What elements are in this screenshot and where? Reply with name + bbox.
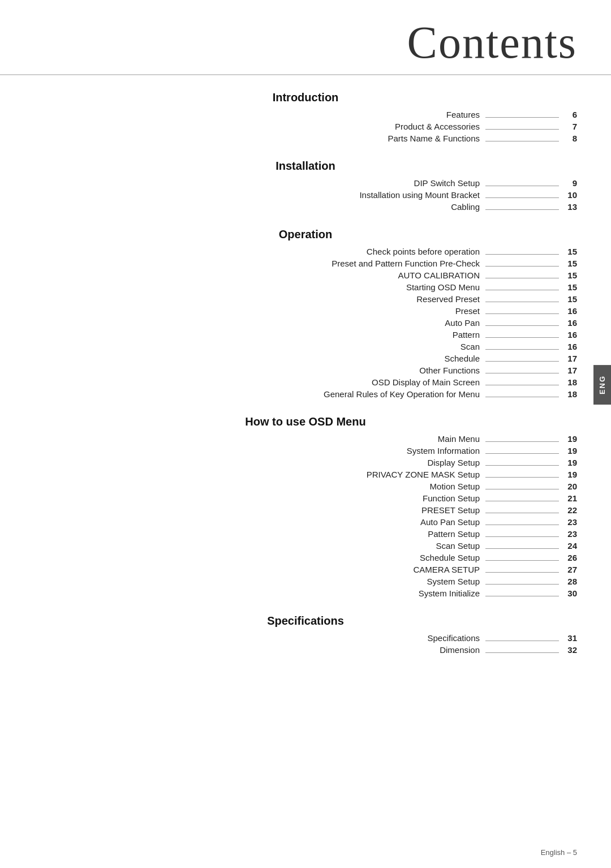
toc-dots [485, 489, 559, 489]
toc-entry: General Rules of Key Operation for Menu1… [34, 389, 577, 399]
toc-label: Product & Accessories [395, 122, 480, 131]
toc-entry: CAMERA SETUP27 [34, 565, 577, 575]
toc-dots [485, 302, 559, 302]
toc-dots [485, 641, 559, 641]
section-header-3: How to use OSD Menu [34, 415, 577, 428]
toc-page-number: 22 [561, 505, 577, 515]
toc-entry: System Setup28 [34, 577, 577, 587]
toc-dots [485, 278, 559, 278]
toc-dots [485, 477, 559, 478]
toc-page-number: 28 [561, 577, 577, 586]
toc-entry: Other Functions17 [34, 366, 577, 376]
toc-content: IntroductionFeatures6Product & Accessori… [0, 91, 611, 691]
toc-page-number: 30 [561, 588, 577, 598]
toc-dots [485, 117, 559, 118]
toc-entry: Parts Name & Functions8 [34, 134, 577, 144]
toc-label: Pattern [453, 330, 480, 340]
toc-label: OSD Display of Main Screen [372, 377, 480, 387]
toc-label: Pattern Setup [428, 529, 480, 539]
toc-label: PRIVACY ZONE MASK Setup [367, 470, 480, 479]
section-header-4: Specifications [34, 615, 577, 628]
page: Contents IntroductionFeatures6Product & … [0, 0, 611, 868]
toc-label: Features [446, 110, 480, 119]
toc-page-number: 26 [561, 553, 577, 562]
toc-page-number: 17 [561, 354, 577, 363]
toc-label: Scan Setup [436, 541, 480, 551]
toc-entry: Scan Setup24 [34, 541, 577, 551]
toc-label: Check points before operation [367, 247, 480, 256]
toc-dots [485, 453, 559, 454]
toc-entry: DIP Switch Setup9 [34, 178, 577, 188]
toc-entry: Specifications31 [34, 633, 577, 643]
toc-dots [485, 501, 559, 501]
toc-entry: Function Setup21 [34, 493, 577, 504]
toc-page-number: 23 [561, 517, 577, 527]
toc-entry: Product & Accessories7 [34, 122, 577, 132]
toc-dots [485, 266, 559, 267]
toc-entry: OSD Display of Main Screen18 [34, 377, 577, 388]
toc-page-number: 15 [561, 247, 577, 256]
toc-label: Main Menu [438, 434, 480, 444]
toc-label: Function Setup [423, 493, 480, 503]
toc-dots [485, 373, 559, 373]
toc-page-number: 23 [561, 529, 577, 539]
toc-entry: Motion Setup20 [34, 482, 577, 492]
title-section: Contents [0, 0, 611, 75]
toc-dots [485, 465, 559, 466]
toc-label: System Initialize [419, 588, 480, 598]
toc-entry: Pattern Setup23 [34, 529, 577, 539]
toc-entry: Check points before operation15 [34, 247, 577, 257]
toc-entry: Installation using Mount Bracket10 [34, 190, 577, 200]
toc-entry: Display Setup19 [34, 458, 577, 468]
toc-entry: Cabling13 [34, 202, 577, 212]
toc-dots [485, 254, 559, 255]
toc-page-number: 16 [561, 306, 577, 316]
toc-page-number: 9 [561, 178, 577, 188]
toc-dots [485, 313, 559, 314]
toc-dots [485, 572, 559, 573]
toc-entry: Preset16 [34, 306, 577, 316]
toc-entry: Auto Pan16 [34, 318, 577, 328]
toc-page-number: 20 [561, 482, 577, 491]
toc-label: Scan [461, 342, 480, 351]
toc-label: Motion Setup [430, 482, 480, 491]
toc-label: Other Functions [419, 366, 480, 375]
toc-label: Schedule [444, 354, 480, 363]
toc-page-number: 15 [561, 294, 577, 304]
section-header-0: Introduction [34, 91, 577, 104]
toc-label: System Setup [427, 577, 480, 586]
toc-page-number: 19 [561, 470, 577, 479]
toc-dots [485, 337, 559, 338]
toc-dots [485, 209, 559, 210]
toc-page-number: 15 [561, 270, 577, 280]
toc-page-number: 16 [561, 318, 577, 328]
toc-page-number: 15 [561, 259, 577, 268]
toc-entry: AUTO CALIBRATION15 [34, 270, 577, 281]
toc-page-number: 7 [561, 122, 577, 131]
toc-label: Display Setup [427, 458, 480, 467]
toc-dots [485, 361, 559, 362]
toc-label: Dimension [440, 645, 480, 655]
toc-dots [485, 560, 559, 561]
toc-dots [485, 548, 559, 549]
toc-page-number: 6 [561, 110, 577, 119]
toc-page-number: 31 [561, 633, 577, 643]
toc-dots [485, 596, 559, 596]
toc-entry: Auto Pan Setup23 [34, 517, 577, 527]
toc-entry: Reserved Preset15 [34, 294, 577, 304]
toc-label: Installation using Mount Bracket [359, 190, 480, 200]
toc-page-number: 16 [561, 330, 577, 340]
eng-tab: ENG [593, 365, 611, 405]
toc-label: PRESET Setup [421, 505, 480, 515]
toc-entry: Pattern16 [34, 330, 577, 340]
toc-page-number: 16 [561, 342, 577, 351]
toc-label: Reserved Preset [416, 294, 480, 304]
toc-page-number: 27 [561, 565, 577, 574]
toc-label: CAMERA SETUP [413, 565, 480, 574]
toc-label: Preset and Pattern Function Pre-Check [332, 259, 480, 268]
toc-dots [485, 325, 559, 326]
toc-page-number: 18 [561, 377, 577, 387]
toc-dots [485, 536, 559, 537]
toc-label: Auto Pan [445, 318, 480, 328]
toc-label: DIP Switch Setup [414, 178, 480, 188]
